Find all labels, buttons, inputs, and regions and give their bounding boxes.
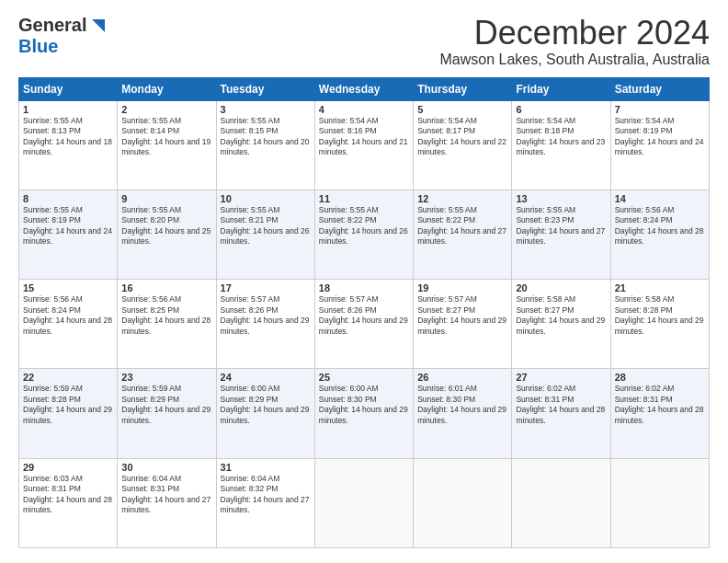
day-info: Sunrise: 5:54 AMSunset: 8:18 PMDaylight:… — [516, 116, 606, 158]
day-info: Sunrise: 6:03 AMSunset: 8:31 PMDaylight:… — [23, 474, 113, 516]
col-header-friday: Friday — [512, 77, 610, 100]
day-number: 1 — [23, 104, 113, 115]
page: General Blue December 2024 Mawson Lakes,… — [0, 0, 728, 563]
day-info: Sunrise: 5:55 AMSunset: 8:21 PMDaylight:… — [221, 205, 311, 247]
day-info: Sunrise: 5:57 AMSunset: 8:26 PMDaylight:… — [319, 294, 409, 337]
day-info: Sunrise: 5:57 AMSunset: 8:26 PMDaylight:… — [221, 294, 311, 337]
header: General Blue December 2024 Mawson Lakes,… — [18, 15, 710, 68]
day-cell-18: 18Sunrise: 5:57 AMSunset: 8:26 PMDayligh… — [314, 280, 413, 369]
day-cell-4: 4Sunrise: 5:54 AMSunset: 8:16 PMDaylight… — [314, 100, 413, 190]
day-info: Sunrise: 5:54 AMSunset: 8:19 PMDaylight:… — [615, 116, 705, 158]
day-info: Sunrise: 5:59 AMSunset: 8:29 PMDaylight:… — [121, 384, 211, 426]
day-cell-28: 28Sunrise: 6:02 AMSunset: 8:31 PMDayligh… — [610, 369, 709, 458]
calendar-week-4: 22Sunrise: 5:59 AMSunset: 8:28 PMDayligh… — [19, 369, 710, 458]
day-info: Sunrise: 5:55 AMSunset: 8:13 PMDaylight:… — [23, 116, 113, 158]
day-cell-11: 11Sunrise: 5:55 AMSunset: 8:22 PMDayligh… — [314, 190, 413, 279]
day-info: Sunrise: 5:55 AMSunset: 8:22 PMDaylight:… — [319, 205, 409, 247]
empty-cell — [314, 458, 413, 547]
day-number: 8 — [23, 193, 113, 204]
day-info: Sunrise: 5:59 AMSunset: 8:28 PMDaylight:… — [23, 384, 113, 426]
title-block: December 2024 Mawson Lakes, South Austra… — [440, 15, 711, 68]
day-number: 22 — [23, 372, 113, 383]
day-cell-19: 19Sunrise: 5:57 AMSunset: 8:27 PMDayligh… — [414, 280, 512, 369]
day-cell-2: 2Sunrise: 5:55 AMSunset: 8:14 PMDaylight… — [118, 100, 216, 190]
col-header-wednesday: Wednesday — [314, 77, 413, 100]
day-cell-8: 8Sunrise: 5:55 AMSunset: 8:19 PMDaylight… — [19, 190, 118, 279]
day-info: Sunrise: 5:56 AMSunset: 8:24 PMDaylight:… — [23, 294, 113, 337]
empty-cell — [512, 458, 610, 547]
day-number: 12 — [417, 193, 507, 204]
day-number: 25 — [319, 372, 409, 383]
day-number: 6 — [516, 104, 606, 115]
day-cell-7: 7Sunrise: 5:54 AMSunset: 8:19 PMDaylight… — [610, 100, 709, 190]
day-info: Sunrise: 6:02 AMSunset: 8:31 PMDaylight:… — [516, 384, 606, 426]
day-number: 18 — [319, 282, 409, 293]
day-number: 24 — [221, 372, 311, 383]
day-info: Sunrise: 5:56 AMSunset: 8:25 PMDaylight:… — [121, 294, 211, 337]
day-cell-16: 16Sunrise: 5:56 AMSunset: 8:25 PMDayligh… — [118, 280, 216, 369]
day-number: 11 — [319, 193, 409, 204]
day-info: Sunrise: 6:00 AMSunset: 8:30 PMDaylight:… — [319, 384, 409, 426]
calendar-subtitle: Mawson Lakes, South Australia, Australia — [440, 52, 711, 68]
day-info: Sunrise: 6:04 AMSunset: 8:32 PMDaylight:… — [221, 474, 311, 516]
day-cell-3: 3Sunrise: 5:55 AMSunset: 8:15 PMDaylight… — [216, 100, 314, 190]
day-number: 27 — [516, 372, 606, 383]
day-cell-15: 15Sunrise: 5:56 AMSunset: 8:24 PMDayligh… — [19, 280, 118, 369]
day-cell-25: 25Sunrise: 6:00 AMSunset: 8:30 PMDayligh… — [314, 369, 413, 458]
calendar-table: SundayMondayTuesdayWednesdayThursdayFrid… — [18, 77, 710, 548]
day-cell-10: 10Sunrise: 5:55 AMSunset: 8:21 PMDayligh… — [216, 190, 314, 279]
day-cell-24: 24Sunrise: 6:00 AMSunset: 8:29 PMDayligh… — [216, 369, 314, 458]
day-info: Sunrise: 5:55 AMSunset: 8:22 PMDaylight:… — [417, 205, 507, 247]
day-cell-30: 30Sunrise: 6:04 AMSunset: 8:31 PMDayligh… — [118, 458, 216, 547]
col-header-tuesday: Tuesday — [216, 77, 314, 100]
col-header-monday: Monday — [118, 77, 216, 100]
day-number: 23 — [121, 372, 211, 383]
logo: General Blue — [18, 15, 107, 57]
calendar-header-row: SundayMondayTuesdayWednesdayThursdayFrid… — [19, 77, 710, 100]
calendar-body: 1Sunrise: 5:55 AMSunset: 8:13 PMDaylight… — [19, 100, 710, 547]
day-number: 28 — [615, 372, 705, 383]
calendar-week-2: 8Sunrise: 5:55 AMSunset: 8:19 PMDaylight… — [19, 190, 710, 279]
day-cell-27: 27Sunrise: 6:02 AMSunset: 8:31 PMDayligh… — [512, 369, 610, 458]
logo-triangle-icon — [86, 16, 107, 36]
day-number: 29 — [23, 462, 113, 473]
day-cell-9: 9Sunrise: 5:55 AMSunset: 8:20 PMDaylight… — [118, 190, 216, 279]
day-info: Sunrise: 5:57 AMSunset: 8:27 PMDaylight:… — [417, 294, 507, 337]
day-info: Sunrise: 6:02 AMSunset: 8:31 PMDaylight:… — [615, 384, 705, 426]
calendar-week-1: 1Sunrise: 5:55 AMSunset: 8:13 PMDaylight… — [19, 100, 710, 190]
day-cell-13: 13Sunrise: 5:55 AMSunset: 8:23 PMDayligh… — [512, 190, 610, 279]
day-cell-14: 14Sunrise: 5:56 AMSunset: 8:24 PMDayligh… — [610, 190, 709, 279]
day-info: Sunrise: 5:55 AMSunset: 8:20 PMDaylight:… — [121, 205, 211, 247]
day-info: Sunrise: 5:55 AMSunset: 8:23 PMDaylight:… — [516, 205, 606, 247]
day-cell-17: 17Sunrise: 5:57 AMSunset: 8:26 PMDayligh… — [216, 280, 314, 369]
calendar-title: December 2024 — [440, 15, 711, 52]
day-cell-20: 20Sunrise: 5:58 AMSunset: 8:27 PMDayligh… — [512, 280, 610, 369]
day-number: 4 — [319, 104, 409, 115]
day-number: 21 — [615, 282, 705, 293]
day-number: 16 — [121, 282, 211, 293]
day-number: 15 — [23, 282, 113, 293]
day-number: 3 — [221, 104, 311, 115]
day-cell-31: 31Sunrise: 6:04 AMSunset: 8:32 PMDayligh… — [216, 458, 314, 547]
day-number: 10 — [221, 193, 311, 204]
day-info: Sunrise: 5:55 AMSunset: 8:19 PMDaylight:… — [23, 205, 113, 247]
day-number: 2 — [121, 104, 211, 115]
day-number: 14 — [615, 193, 705, 204]
day-number: 5 — [417, 104, 507, 115]
day-cell-23: 23Sunrise: 5:59 AMSunset: 8:29 PMDayligh… — [118, 369, 216, 458]
day-cell-1: 1Sunrise: 5:55 AMSunset: 8:13 PMDaylight… — [19, 100, 118, 190]
day-info: Sunrise: 5:55 AMSunset: 8:14 PMDaylight:… — [121, 116, 211, 158]
day-number: 17 — [221, 282, 311, 293]
day-number: 9 — [121, 193, 211, 204]
day-number: 31 — [221, 462, 311, 473]
day-number: 30 — [121, 462, 211, 473]
day-number: 20 — [516, 282, 606, 293]
day-cell-6: 6Sunrise: 5:54 AMSunset: 8:18 PMDaylight… — [512, 100, 610, 190]
day-cell-22: 22Sunrise: 5:59 AMSunset: 8:28 PMDayligh… — [19, 369, 118, 458]
col-header-saturday: Saturday — [610, 77, 709, 100]
day-cell-26: 26Sunrise: 6:01 AMSunset: 8:30 PMDayligh… — [414, 369, 512, 458]
svg-marker-0 — [92, 19, 105, 32]
day-info: Sunrise: 5:58 AMSunset: 8:27 PMDaylight:… — [516, 294, 606, 337]
logo-blue: Blue — [18, 36, 58, 56]
day-number: 7 — [615, 104, 705, 115]
